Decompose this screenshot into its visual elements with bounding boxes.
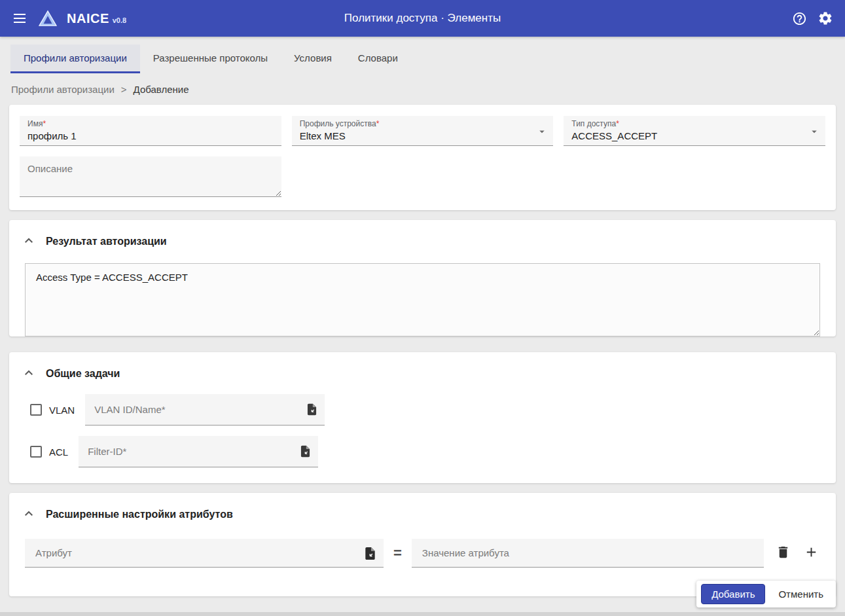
access-type-select[interactable]: Тип доступа* ACCESS_ACCEPT (564, 116, 825, 146)
settings-icon (818, 10, 833, 26)
vlan-dictionary-button[interactable] (305, 403, 319, 418)
device-profile-value: Eltex MES (300, 128, 546, 141)
chevron-up-icon (21, 365, 37, 382)
tab-conditions[interactable]: Условия (281, 45, 345, 73)
name-field-label: Имя* (27, 120, 274, 128)
attribute-value-field (412, 539, 764, 568)
required-asterisk: * (376, 119, 380, 128)
attribute-input[interactable] (25, 539, 384, 567)
app-name: NAICE (67, 11, 109, 26)
trash-icon (776, 545, 791, 562)
acl-task-row: ACL (9, 433, 836, 475)
submit-button[interactable]: Добавить (701, 584, 765, 604)
advanced-attributes-header: Расширенные настройки атрибутов (9, 493, 836, 532)
attribute-value-input[interactable] (412, 539, 764, 567)
tab-dictionaries[interactable]: Словари (345, 45, 411, 73)
vlan-field (85, 394, 325, 426)
acl-checkbox[interactable] (30, 446, 42, 458)
cancel-button[interactable]: Отменить (770, 585, 831, 604)
vlan-label: VLAN (49, 405, 75, 416)
menu-button[interactable] (10, 9, 29, 27)
dropdown-icon (536, 126, 548, 140)
paste-icon (305, 403, 319, 418)
paste-icon (363, 546, 378, 563)
required-asterisk: * (43, 119, 46, 128)
chevron-up-icon (21, 232, 37, 250)
dropdown-icon (808, 126, 820, 140)
access-type-label: Тип доступа* (571, 120, 818, 128)
tab-bar: Профили авторизации Разрешенные протокол… (0, 37, 845, 73)
help-icon (792, 11, 807, 26)
breadcrumb: Профили авторизации > Добавление (0, 73, 845, 105)
app-header: NAICE v0.8 Политики доступа · Элементы (0, 0, 845, 37)
advanced-attributes-title: Расширенные настройки атрибутов (46, 509, 233, 520)
authorization-result-title: Результат авторизации (46, 236, 167, 247)
acl-field (79, 436, 318, 467)
breadcrumb-root-link[interactable]: Профили авторизации (11, 84, 115, 95)
vlan-input[interactable] (85, 394, 325, 425)
settings-button[interactable] (816, 9, 835, 27)
tab-allowed-protocols[interactable]: Разрешенные протоколы (140, 45, 281, 73)
breadcrumb-separator: > (121, 84, 127, 95)
app-logo-icon (38, 10, 58, 27)
access-type-value: ACCESS_ACCEPT (571, 128, 818, 141)
profile-form-card: Имя* Профиль устройства* Eltex MES Тип д… (9, 105, 836, 210)
acl-input[interactable] (79, 436, 318, 467)
app-version: v0.8 (113, 16, 126, 24)
authorization-result-textarea[interactable]: Access Type = ACCESS_ACCEPT (25, 263, 820, 336)
equals-sign: = (393, 545, 402, 562)
help-button[interactable] (791, 10, 808, 27)
menu-icon (12, 10, 27, 26)
page-title: Политики доступа · Элементы (344, 12, 501, 25)
header-right (791, 9, 835, 27)
name-field[interactable]: Имя* (20, 116, 281, 146)
tab-authorization-profiles[interactable]: Профили авторизации (10, 45, 140, 73)
attribute-field (25, 539, 384, 568)
vlan-checkbox[interactable] (30, 404, 42, 416)
breadcrumb-current: Добавление (134, 84, 189, 95)
paste-icon (298, 444, 312, 460)
app-brand: NAICE v0.8 (67, 11, 126, 26)
bottom-edge-strip (0, 612, 845, 616)
collapse-advanced-attributes-button[interactable] (20, 504, 38, 524)
attribute-dictionary-button[interactable] (363, 546, 378, 563)
common-tasks-card: Общие задачи VLAN ACL (9, 352, 836, 483)
device-profile-label: Профиль устройства* (300, 120, 546, 128)
header-left: NAICE v0.8 (10, 9, 126, 27)
acl-label: ACL (49, 446, 68, 458)
authorization-result-header: Результат авторизации (9, 220, 836, 259)
acl-dictionary-button[interactable] (298, 444, 312, 460)
plus-icon (804, 545, 819, 562)
description-field-wrap (20, 156, 825, 200)
vlan-task-row: VLAN (9, 391, 836, 433)
name-input[interactable] (27, 128, 274, 141)
chevron-up-icon (21, 505, 37, 523)
add-attribute-button[interactable] (802, 543, 820, 563)
required-asterisk: * (616, 119, 619, 128)
device-profile-select[interactable]: Профиль устройства* Eltex MES (292, 116, 554, 146)
profile-fields-row: Имя* Профиль устройства* Eltex MES Тип д… (20, 116, 825, 146)
delete-attribute-button[interactable] (774, 543, 792, 563)
authorization-result-card: Результат авторизации Access Type = ACCE… (9, 220, 836, 336)
form-actions: Добавить Отменить (696, 581, 836, 607)
common-tasks-header: Общие задачи (9, 352, 836, 391)
collapse-common-tasks-button[interactable] (20, 363, 38, 384)
description-textarea[interactable] (20, 156, 281, 197)
collapse-authorization-result-button[interactable] (20, 231, 38, 251)
common-tasks-title: Общие задачи (46, 368, 120, 380)
